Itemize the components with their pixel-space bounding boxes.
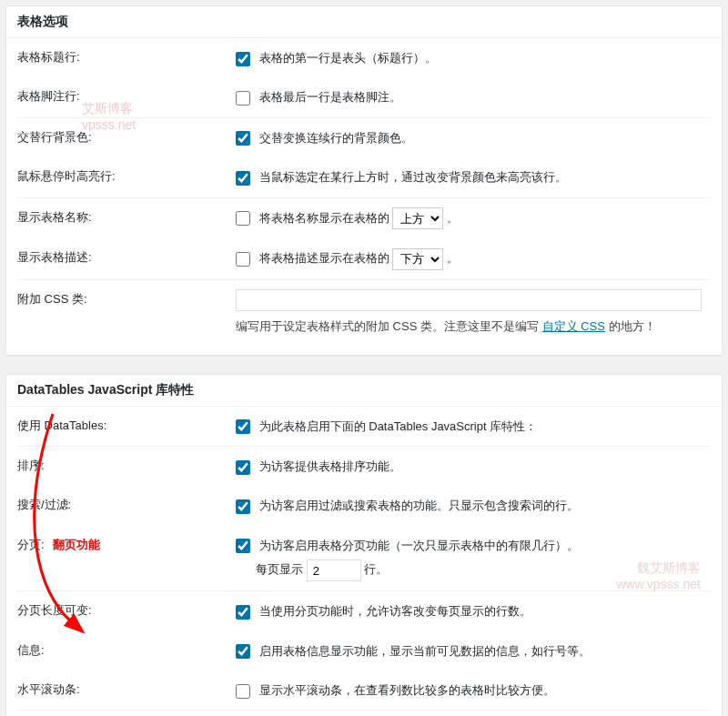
label-show-name: 显示表格名称: — [17, 197, 236, 238]
label-search: 搜索/过滤: — [17, 486, 236, 525]
text-table-footer: 表格最后一行是表格脚注。 — [259, 90, 401, 104]
text-sort: 为访客提供表格排序功能。 — [259, 459, 401, 473]
checkbox-hscroll[interactable] — [236, 684, 250, 699]
label-hscroll: 水平滚动条: — [17, 671, 236, 711]
checkbox-search[interactable] — [236, 499, 250, 514]
link-custom-css[interactable]: 自定义 CSS — [542, 319, 605, 333]
row-per-page: 每页显示 行。 — [236, 560, 702, 581]
text-hover: 当鼠标选定在某行上方时，通过改变背景颜色来高亮该行。 — [259, 170, 567, 184]
checkbox-use-dt[interactable] — [236, 419, 250, 434]
row-use-dt[interactable]: 为此表格启用下面的 DataTables JavaScript 库特性： — [236, 416, 702, 437]
checkbox-alt-rows[interactable] — [236, 131, 250, 146]
row-paging[interactable]: 为访客启用表格分页功能（一次只显示表格中的有限几行）。 — [236, 535, 702, 556]
select-show-name-position[interactable]: 上方 — [392, 207, 443, 229]
checkbox-table-header[interactable] — [236, 52, 250, 66]
label-show-desc: 显示表格描述: — [17, 238, 236, 279]
row-show-desc[interactable]: 将表格描述显示在表格的 下方 。 — [236, 247, 702, 270]
row-hscroll[interactable]: 显示水平滚动条，在查看列数比较多的表格时比较方便。 — [236, 680, 702, 701]
checkbox-table-footer[interactable] — [236, 91, 250, 106]
text-show-name: 将表格名称显示在表格的 — [259, 211, 389, 225]
row-show-name[interactable]: 将表格名称显示在表格的 上方 。 — [236, 207, 702, 230]
text-search: 为访客启用过滤或搜索表格的功能。只显示包含搜索词的行。 — [259, 499, 579, 512]
label-table-footer: 表格脚注行: — [17, 77, 236, 117]
row-search[interactable]: 为访客启用过滤或搜索表格的功能。只显示包含搜索词的行。 — [236, 495, 702, 516]
text-hscroll: 显示水平滚动条，在查看列数比较多的表格时比较方便。 — [259, 683, 555, 697]
label-table-header: 表格标题行: — [17, 38, 236, 77]
checkbox-length[interactable] — [236, 605, 250, 620]
label-custom-cmd: 自定义命令: — [17, 711, 236, 716]
label-alt-rows: 交替行背景色: — [17, 117, 236, 157]
select-show-desc-position[interactable]: 下方 — [392, 248, 443, 270]
label-paging: 分页: 翻页功能 — [17, 526, 236, 591]
text-alt-rows: 交替变换连续行的背景颜色。 — [259, 131, 413, 145]
input-per-page[interactable] — [307, 560, 361, 581]
row-hover[interactable]: 当鼠标选定在某行上方时，通过改变背景颜色来高亮该行。 — [236, 166, 702, 187]
panel-datatables: DataTables JavaScript 库特性 使用 DataTables:… — [5, 374, 723, 716]
checkbox-info[interactable] — [236, 644, 250, 659]
label-extra-css: 附加 CSS 类: — [17, 279, 236, 344]
input-extra-css[interactable] — [236, 289, 702, 311]
desc-extra-css: 编写用于设定表格样式的附加 CSS 类。注意这里不是编写 自定义 CSS 的地方… — [236, 318, 702, 335]
row-info[interactable]: 启用表格信息显示功能，显示当前可见数据的信息，如行号等。 — [236, 640, 702, 661]
panel-title: 表格选项 — [6, 6, 722, 38]
panel-title-dt: DataTables JavaScript 库特性 — [6, 375, 722, 407]
checkbox-paging[interactable] — [236, 539, 250, 553]
panel-table-options: 表格选项 表格标题行: 表格的第一行是表头（标题行）。 表格脚注行: 表格最后一… — [5, 5, 723, 356]
label-length: 分页长度可变: — [17, 591, 236, 631]
row-table-footer[interactable]: 表格最后一行是表格脚注。 — [236, 86, 702, 107]
checkbox-hover[interactable] — [236, 171, 250, 186]
label-use-dt: 使用 DataTables: — [17, 407, 236, 447]
checkbox-show-desc[interactable] — [236, 252, 250, 267]
checkbox-sort[interactable] — [236, 460, 250, 475]
text-length: 当使用分页功能时，允许访客改变每页显示的行数。 — [259, 604, 531, 618]
text-info: 启用表格信息显示功能，显示当前可见数据的信息，如行号等。 — [259, 644, 591, 658]
row-table-header[interactable]: 表格的第一行是表头（标题行）。 — [236, 47, 702, 68]
text-use-dt: 为此表格启用下面的 DataTables JavaScript 库特性： — [259, 419, 538, 433]
row-sort[interactable]: 为访客提供表格排序功能。 — [236, 456, 702, 477]
row-length[interactable]: 当使用分页功能时，允许访客改变每页显示的行数。 — [236, 600, 702, 621]
label-sort: 排序: — [17, 447, 236, 487]
row-alt-rows[interactable]: 交替变换连续行的背景颜色。 — [236, 127, 702, 148]
text-paging: 为访客启用表格分页功能（一次只显示表格中的有限几行）。 — [259, 539, 579, 552]
annotation-paging: 翻页功能 — [53, 538, 100, 551]
checkbox-show-name[interactable] — [236, 211, 250, 226]
text-table-header: 表格的第一行是表头（标题行）。 — [259, 51, 437, 65]
label-hover: 鼠标悬停时高亮行: — [17, 157, 236, 197]
label-info: 信息: — [17, 631, 236, 671]
text-show-desc: 将表格描述显示在表格的 — [259, 251, 389, 265]
